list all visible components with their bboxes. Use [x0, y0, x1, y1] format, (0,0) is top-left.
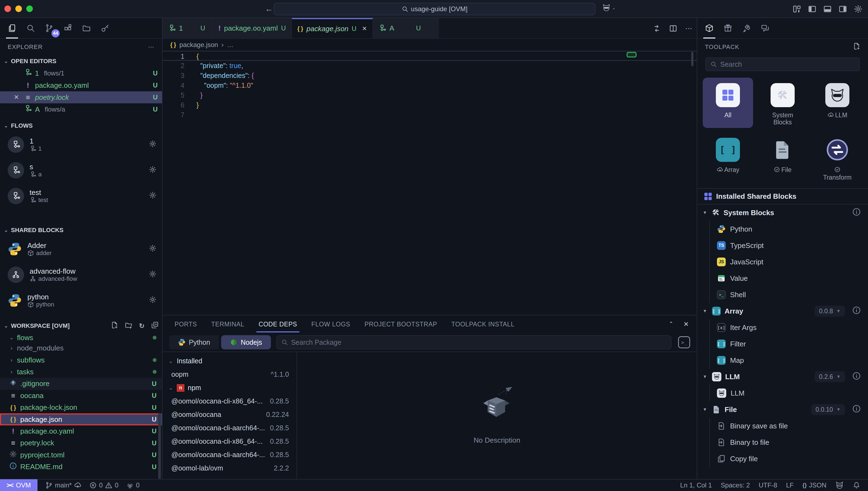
more-actions-icon[interactable]: ⋯ — [685, 24, 692, 33]
info-icon[interactable] — [852, 372, 861, 382]
python-runtime-button[interactable]: Python — [169, 335, 219, 349]
info-icon[interactable] — [852, 306, 861, 317]
flow-settings-gear-icon[interactable] — [149, 191, 157, 201]
block-item[interactable]: [x] Iter Args — [697, 319, 868, 336]
tile-array[interactable]: [ ] Array — [703, 132, 753, 183]
chat-tab[interactable] — [759, 20, 772, 36]
package-search[interactable] — [276, 335, 672, 349]
open-editor-item[interactable]: A flows/a U — [0, 103, 162, 115]
minimize-window-button[interactable] — [15, 5, 22, 12]
back-button[interactable]: ← — [265, 4, 273, 13]
block-item[interactable]: [ ] Filter — [697, 336, 868, 352]
new-folder-icon[interactable] — [125, 321, 132, 330]
close-tab-icon[interactable]: ✕ — [362, 25, 367, 32]
toolpack-search-input[interactable] — [720, 60, 855, 68]
activity-explorer[interactable] — [5, 20, 19, 36]
eol[interactable]: LF — [786, 482, 793, 489]
panel-tab-flow-logs[interactable]: FLOW LOGS — [311, 321, 350, 328]
workspace-file[interactable]: ≡ oocana U — [0, 390, 162, 402]
version-select[interactable]: 0.0.10▼ — [811, 404, 845, 415]
open-editor-item[interactable]: 1 flows/1 U — [0, 67, 162, 79]
group-llm[interactable]: ▼ LLM 0.2.6▼ — [697, 369, 868, 385]
cursor-position[interactable]: Ln 1, Col 1 — [680, 482, 712, 489]
package-row[interactable]: oopm ^1.1.0 — [163, 368, 297, 381]
workspace-file[interactable]: README.md U — [0, 461, 162, 473]
flow-item[interactable]: test test — [0, 183, 162, 209]
flow-settings-gear-icon[interactable] — [149, 140, 157, 149]
workspace-file[interactable]: .gitignore U — [0, 378, 162, 389]
panel-tab-ports[interactable]: PORTS — [174, 321, 197, 328]
maximize-window-button[interactable] — [26, 5, 33, 12]
sidebar-scrollbar[interactable] — [158, 413, 161, 479]
command-center-search[interactable]: usage-guide [OVM] — [274, 3, 595, 15]
layout-customize-icon[interactable] — [792, 5, 801, 13]
code-editor[interactable]: 1{ 2 "private": true, 3 "dependencies": … — [163, 51, 697, 120]
problems-status[interactable]: 0 0 — [89, 482, 118, 489]
block-item[interactable]: JS JavaScript — [697, 254, 868, 270]
workspace-folder[interactable]: ⌄ flows — [0, 333, 162, 342]
nodejs-runtime-button[interactable]: Nodejs — [221, 335, 271, 349]
toggle-left-panel-icon[interactable] — [808, 5, 817, 13]
shared-block-item[interactable]: advanced-flow advanced-flow — [0, 262, 162, 288]
activity-folder[interactable] — [80, 20, 93, 36]
block-item[interactable]: [ ] Map — [697, 352, 868, 369]
group-system-blocks[interactable]: ▼ 🛠 System Blocks — [697, 204, 868, 221]
editor-tab-active[interactable]: { } package.json U ✕ — [292, 18, 373, 38]
info-icon[interactable] — [852, 404, 861, 415]
panel-tab-project-bootstrap[interactable]: PROJECT BOOTSTRAP — [364, 321, 437, 328]
shared-blocks-header[interactable]: ⌄ SHARED BLOCKS — [0, 224, 162, 236]
panel-tab-code-deps[interactable]: CODE DEPS — [259, 321, 297, 328]
version-select[interactable]: 0.0.8▼ — [815, 306, 845, 317]
explorer-more-icon[interactable]: ⋯ — [148, 44, 154, 51]
cat-icon[interactable] — [835, 481, 844, 490]
flows-header[interactable]: ⌄ FLOWS — [0, 120, 162, 132]
workspace-file[interactable]: ! package.oo.yaml U — [0, 425, 162, 437]
open-editor-item-selected[interactable]: ✕ ≡ poetry.lock U — [0, 91, 162, 103]
workspace-folder[interactable]: › node_modules — [0, 342, 162, 354]
panel-close-icon[interactable]: ✕ — [683, 320, 689, 328]
info-icon[interactable] — [852, 207, 861, 218]
panel-tab-terminal[interactable]: TERMINAL — [211, 321, 244, 328]
tile-system-blocks[interactable]: 🛠 System Blocks — [757, 78, 808, 128]
toolpack-tab[interactable] — [703, 20, 716, 36]
workspace-folder[interactable]: › tasks — [0, 366, 162, 378]
block-item[interactable]: >_ Shell — [697, 287, 868, 303]
package-row[interactable]: @oomol/oocana-cli-aarch64-...0.28.5 — [163, 421, 297, 435]
flow-settings-gear-icon[interactable] — [149, 166, 157, 175]
block-item[interactable]: Binary save as file — [697, 418, 868, 434]
assistant-menu[interactable]: ⌄ — [602, 3, 616, 12]
package-row[interactable]: @oomol/oocana0.22.24 — [163, 408, 297, 421]
shared-block-item[interactable]: Adder adder — [0, 236, 162, 262]
block-settings-gear-icon[interactable] — [149, 296, 157, 306]
refresh-icon[interactable]: ↻ — [139, 322, 144, 330]
encoding[interactable]: UTF-8 — [759, 482, 777, 489]
open-changes-icon[interactable] — [652, 24, 661, 33]
editor-tab[interactable]: A U — [373, 18, 439, 38]
activity-secrets[interactable] — [99, 20, 112, 36]
remote-indicator[interactable]: >< OVM — [0, 479, 37, 491]
tile-transform[interactable]: Transform — [812, 132, 863, 183]
toggle-right-panel-icon[interactable] — [838, 5, 847, 13]
new-toolpack-icon[interactable] — [853, 42, 860, 52]
workspace-file[interactable]: pyproject.toml U — [0, 449, 162, 461]
package-row[interactable]: @oomol-lab/ovm2.2.2 — [163, 461, 297, 475]
terminal-icon-button[interactable]: >_ — [678, 336, 690, 348]
activity-source-control[interactable]: 44 — [43, 20, 56, 36]
package-row[interactable]: @oomol/oocana-cli-x86_64-...0.28.5 — [163, 395, 297, 408]
ports-status[interactable]: 0 — [126, 482, 140, 489]
new-file-icon[interactable] — [111, 321, 118, 330]
block-item[interactable]: Python — [697, 221, 868, 237]
activity-extensions[interactable] — [61, 20, 75, 36]
block-item[interactable]: Value — [697, 270, 868, 287]
shared-block-item[interactable]: python python — [0, 288, 162, 313]
panel-maximize-icon[interactable]: ⌃ — [669, 320, 673, 328]
block-settings-gear-icon[interactable] — [149, 244, 157, 254]
marketplace-tab[interactable] — [721, 20, 734, 36]
toggle-bottom-panel-icon[interactable] — [823, 5, 832, 13]
settings-gear-icon[interactable] — [854, 5, 863, 13]
deploy-tab[interactable] — [740, 20, 753, 36]
activity-search[interactable] — [24, 20, 37, 36]
tile-llm[interactable]: LLM — [812, 78, 863, 128]
package-row[interactable]: @oomol/oocana-cli-aarch64-...0.28.5 — [163, 448, 297, 461]
panel-tab-toolpack-install[interactable]: TOOLPACK INSTALL — [451, 321, 514, 328]
